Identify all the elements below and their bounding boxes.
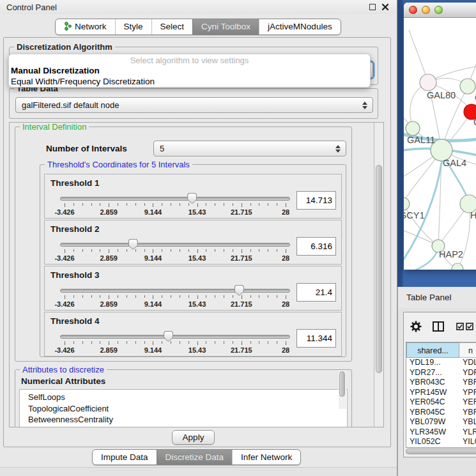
- interval-definition-title: Interval Definition: [20, 122, 89, 132]
- threshold-value-field[interactable]: [296, 329, 336, 348]
- table-hscrollbar-thumb[interactable]: [406, 449, 476, 454]
- slider-tick: [162, 249, 162, 252]
- table-cell[interactable]: YLR345W: [406, 427, 459, 438]
- numerical-attributes-list[interactable]: SelfLoopsTopologicalCoefficientBetweenne…: [19, 389, 348, 427]
- threshold-slider[interactable]: -3.4262.8599.14415.4321.71528: [60, 194, 290, 217]
- GCY1-node[interactable]: [404, 197, 410, 210]
- tab-style[interactable]: Style: [115, 19, 151, 35]
- table-cell[interactable]: YBR0: [459, 378, 476, 388]
- checkbox-icon[interactable]: [456, 323, 464, 332]
- edge-node[interactable]: [452, 263, 463, 270]
- threshold-value-field[interactable]: [296, 283, 336, 302]
- tab-cyni-toolbox[interactable]: Cyni Toolbox: [192, 19, 259, 35]
- slider-thumb[interactable]: [187, 193, 197, 204]
- slider-thumb[interactable]: [164, 331, 173, 342]
- table-cell[interactable]: YBR045C: [406, 408, 459, 418]
- attribute-list-item[interactable]: TopologicalCoefficient: [28, 403, 347, 415]
- threshold-value-field[interactable]: [296, 191, 336, 210]
- slider-tick: [171, 341, 171, 344]
- table-row[interactable]: YBR043CYBR0: [406, 378, 476, 388]
- table-row[interactable]: YPR145WYPR1: [406, 388, 476, 398]
- network-canvas[interactable]: GAL80GACGAL11GAL4GCY1HAHAP2: [404, 19, 476, 270]
- minimize-traffic-light-icon[interactable]: [422, 6, 430, 14]
- column-header-shared-name[interactable]: shared...: [406, 342, 459, 358]
- attributes-scrollbar-thumb[interactable]: [339, 371, 345, 397]
- table-cell[interactable]: YBL0: [459, 417, 476, 427]
- attributes-scrollbar[interactable]: [339, 371, 346, 409]
- table-cell[interactable]: YBL079W: [406, 417, 459, 427]
- table-row[interactable]: YLR345WYLR3: [406, 427, 476, 438]
- slider-tick: [277, 341, 277, 344]
- slider-track[interactable]: [60, 197, 290, 201]
- table-cell[interactable]: YDR27...: [406, 368, 459, 378]
- table-cell[interactable]: YIL052C: [406, 437, 459, 447]
- tab-network[interactable]: Network: [56, 19, 115, 35]
- gear-icon[interactable]: [410, 321, 422, 334]
- node-table: shared... n YDL19...YDL1YDR27...YDR2YBR0…: [403, 312, 476, 457]
- table-data-value: galFiltered.sif default node: [22, 100, 119, 110]
- table-row[interactable]: YDL19...YDL1: [406, 358, 476, 368]
- tab-infer-network[interactable]: Infer Network: [232, 450, 300, 464]
- popup-item-manual-discretization[interactable]: Manual Discretization: [9, 66, 370, 77]
- slider-tick: [197, 341, 198, 345]
- table-row[interactable]: YER054CYER0: [406, 397, 476, 408]
- table-cell[interactable]: YPR1: [459, 388, 476, 398]
- split-columns-icon[interactable]: [433, 321, 444, 334]
- table-row[interactable]: YDR27...YDR2: [406, 368, 476, 378]
- attribute-list-item[interactable]: BetweennessCentrality: [28, 414, 347, 426]
- close-icon[interactable]: [381, 3, 389, 11]
- table-row[interactable]: YIL052CYIL0: [406, 437, 476, 447]
- slider-track[interactable]: [60, 289, 290, 293]
- apply-button[interactable]: Apply: [172, 430, 215, 445]
- checkbox-icon[interactable]: [466, 323, 473, 332]
- slider-tick: [65, 203, 65, 207]
- slider-tick: [233, 341, 233, 344]
- slider-thumb[interactable]: [234, 285, 244, 296]
- table-cell[interactable]: YLR3: [459, 427, 476, 438]
- tab-jactivemnodules[interactable]: jActiveMNodules: [259, 19, 341, 35]
- threshold-slider[interactable]: -3.4262.8599.14415.4321.71528: [60, 286, 290, 309]
- GAL11-node[interactable]: [406, 121, 420, 135]
- GAL-node[interactable]: [460, 79, 475, 94]
- zoom-traffic-light-icon[interactable]: [434, 6, 443, 14]
- tab-impute-data[interactable]: Impute Data: [93, 450, 157, 464]
- table-cell[interactable]: YDL19...: [406, 358, 459, 368]
- slider-tick: [180, 249, 180, 252]
- slider-tick-label: 9.144: [144, 346, 162, 354]
- threshold-slider[interactable]: -3.4262.8599.14415.4321.71528: [60, 332, 290, 355]
- threshold-coordinates-title: Threshold's Coordinates for 5 Intervals: [45, 160, 192, 169]
- slider-tick: [65, 341, 65, 345]
- table-cell[interactable]: YER0: [459, 397, 476, 408]
- network-view-window[interactable]: GAL80GACGAL11GAL4GCY1HAHAP2: [404, 3, 476, 270]
- table-cell[interactable]: YER054C: [406, 397, 459, 408]
- table-cell[interactable]: YDR2: [459, 368, 476, 378]
- attribute-list-item[interactable]: SelfLoops: [28, 392, 347, 403]
- tab-discretize-data[interactable]: Discretize Data: [157, 450, 233, 464]
- table-cell[interactable]: YIL0: [459, 437, 476, 447]
- slider-tick: [268, 295, 268, 298]
- tab-select[interactable]: Select: [151, 19, 193, 35]
- slider-track[interactable]: [60, 335, 290, 339]
- table-row[interactable]: YBL079WYBL0: [406, 417, 476, 427]
- float-window-icon[interactable]: [369, 4, 376, 10]
- table-horizontal-scrollbar[interactable]: [405, 448, 476, 455]
- settings-scrollbar[interactable]: [374, 123, 383, 427]
- slider-track[interactable]: [60, 243, 290, 247]
- table-cell[interactable]: YBR0: [459, 408, 476, 418]
- popup-item-equal-width-frequency[interactable]: Equal Width/Frequency Discretization: [9, 77, 370, 88]
- table-cell[interactable]: YDL1: [459, 358, 476, 368]
- settings-scrollbar-thumb[interactable]: [376, 165, 382, 373]
- slider-tick: [250, 341, 251, 344]
- threshold-slider[interactable]: -3.4262.8599.14415.4321.71528: [60, 240, 290, 263]
- close-traffic-light-icon[interactable]: [409, 6, 417, 14]
- slider-thumb[interactable]: [128, 239, 138, 250]
- table-data-combobox[interactable]: galFiltered.sif default node: [15, 97, 373, 113]
- table-row[interactable]: YBR045CYBR0: [406, 408, 476, 418]
- column-header-name[interactable]: n: [459, 342, 476, 358]
- table-cell[interactable]: YBR043C: [406, 378, 459, 388]
- GAL80-node[interactable]: [420, 74, 436, 91]
- threshold-value-field[interactable]: [296, 237, 336, 256]
- table-cell[interactable]: YPR145W: [406, 388, 459, 398]
- slider-tick: [206, 249, 206, 252]
- number-of-intervals-combobox[interactable]: 5: [153, 141, 346, 157]
